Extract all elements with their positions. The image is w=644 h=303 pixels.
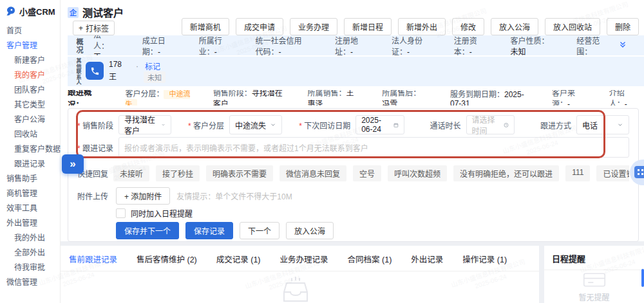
schedule-checkbox[interactable] <box>116 208 126 218</box>
schedule-panel-title: 日程提醒 <box>544 246 644 270</box>
field-label: 经营范围： <box>576 37 600 56</box>
header-action-button[interactable]: 新增日程 <box>344 18 392 35</box>
app-logo: 小盛CRM <box>0 0 60 21</box>
add-attachment-button[interactable]: + 添加附件 <box>116 187 170 205</box>
sidebar-item[interactable]: 团队客户 <box>0 83 60 98</box>
form-secondary-button[interactable]: 下一个 <box>240 222 279 239</box>
sidebar-expand-button[interactable]: » <box>62 154 84 174</box>
overview-field: 注册地址：- <box>335 35 366 55</box>
follow-field: 所属售后：冯雪 <box>382 90 428 106</box>
sales-stage-select[interactable]: 寻找潜在客户 <box>118 115 171 134</box>
quick-reply-row: 快捷回复 未接听接了秒挂明确表示不需要微信消息未回复空号呼叫次数超频没有明确拒绝… <box>77 165 629 181</box>
phone-icon <box>90 66 100 76</box>
quick-reply-chip[interactable]: 微信消息未回复 <box>279 165 346 181</box>
sidebar-item[interactable]: 全部外出 <box>0 246 60 261</box>
sidebar-item[interactable]: 重复客户数据 <box>0 142 60 157</box>
plus-icon: + <box>79 24 83 33</box>
contact-status-badge: 未知 <box>144 71 166 83</box>
sidebar-item[interactable]: 回收站 <box>0 127 60 142</box>
header-action-button[interactable]: 放入公海 <box>491 18 538 35</box>
header-action-button[interactable]: 新增外出 <box>398 18 446 35</box>
call-duration-input[interactable]: 请选择时间 <box>466 115 515 134</box>
form-secondary-button[interactable]: 放入公海 <box>286 222 334 239</box>
sidebar-menu: 首页客户管理新建客户我的客户团队客户其它类型客户公海回收站重复客户数据跟进记录销… <box>0 21 60 290</box>
quick-reply-chip[interactable]: 空号 <box>353 165 381 181</box>
field-label: 注册地址： <box>335 37 358 56</box>
field-value: - <box>158 48 160 56</box>
tab-item[interactable]: 售后客情维护 (2) <box>137 253 197 265</box>
chevron-down-icon <box>270 122 276 128</box>
follow-record-input[interactable]: 报价或者演示后，表示明确表示不需要，或者超过1个月无法联系到客户 <box>118 137 629 158</box>
grid-icon <box>634 166 644 178</box>
tab-item[interactable]: 售前跟进记录 <box>69 253 117 265</box>
quick-reply-chip[interactable]: 没有明确拒绝，还可以跟进 <box>453 165 559 181</box>
field-label: 所属行业： <box>199 37 222 56</box>
quick-reply-chip[interactable]: 未接听 <box>113 165 149 181</box>
quick-reply-chip[interactable]: 已设置销售考核 <box>596 165 629 181</box>
calendar-icon <box>393 122 399 129</box>
sidebar-item[interactable]: 我的外出 <box>0 231 60 246</box>
field-value: - <box>469 48 472 56</box>
follow-field: 客户来源：- <box>552 90 587 106</box>
field-label: 客户来源： <box>552 90 575 106</box>
page-title: 测试客户 <box>82 5 124 20</box>
tab-item[interactable]: 合同档案 (1) <box>348 253 392 265</box>
scrollbar-thumb[interactable] <box>641 269 644 287</box>
quick-reply-chip[interactable]: 明确表示不需要 <box>206 165 273 181</box>
next-visit-date-picker[interactable]: 2025-06-24 <box>355 115 404 134</box>
mark-link[interactable]: 标记 <box>145 60 160 71</box>
sidebar-item[interactable]: 新建客户 <box>0 53 60 68</box>
sidebar-item[interactable]: 跟进记录 <box>0 157 60 172</box>
overview-fields: 法人：王成立日期：-所属行业：-统一社会信用代码：-注册地址：-法人身份证：-注… <box>93 35 605 55</box>
customer-layer-select[interactable]: 中途流失 <box>229 115 282 134</box>
header-action-button[interactable]: 成交申请 <box>236 18 283 35</box>
field-value: - <box>350 48 353 56</box>
overview-section-label: 概况 <box>75 38 82 55</box>
add-tag-button[interactable]: + 打标签 <box>73 21 115 35</box>
follow-record-label: 跟进记录 <box>77 142 113 153</box>
contact-name: 王 <box>109 71 117 82</box>
header-action-button[interactable]: 修改 <box>452 18 484 35</box>
sidebar-item[interactable]: 效率工具 <box>0 201 60 216</box>
quick-reply-chip[interactable]: 接了秒挂 <box>156 165 200 181</box>
attachment-label: 附件上传 <box>77 190 111 201</box>
sidebar-item[interactable]: 销售助手 <box>0 172 60 187</box>
form-primary-button[interactable]: 保存并下一个 <box>116 222 179 239</box>
form-buttons-row: 保存并下一个保存记录下一个放入公海 <box>116 222 629 239</box>
tab-item[interactable]: 成交记录 (1) <box>216 253 261 265</box>
field-label: 介绍人： <box>609 90 625 106</box>
header-action-button[interactable]: 业务办理 <box>290 18 337 35</box>
sidebar-item[interactable]: 外出管理 <box>0 216 60 231</box>
sidebar-item[interactable]: 微信管理 <box>0 275 60 290</box>
overview-section: 概况 法人：王成立日期：-所属行业：-统一社会信用代码：-注册地址：-法人身份证… <box>68 35 644 55</box>
field-label: 客户分层： <box>125 90 164 98</box>
sidebar-item[interactable]: 客户公海 <box>0 113 60 127</box>
sidebar-item[interactable]: 其它类型 <box>0 98 60 113</box>
attachment-row: 附件上传 + 添加附件 友情提示：单个文件不得大于10M <box>77 187 629 205</box>
follow-method-select[interactable]: 电话 <box>576 115 629 134</box>
quick-reply-chip[interactable]: 111 <box>565 165 590 181</box>
sidebar-item[interactable]: 待我审批 <box>0 261 60 275</box>
call-button[interactable] <box>86 62 104 80</box>
field-value: - <box>278 48 281 56</box>
header-action-button[interactable]: 删除 <box>607 18 639 35</box>
sales-stage-label: 销售阶段 <box>77 120 113 131</box>
header-action-button[interactable]: 放入回收站 <box>545 18 600 35</box>
expand-overview-button[interactable] <box>618 39 627 51</box>
call-duration-label: 通话时长 <box>430 120 461 131</box>
sidebar-item[interactable]: 首页 <box>0 24 60 39</box>
field-value: 冯雪 <box>382 100 397 106</box>
logo-swirl-icon <box>5 6 17 17</box>
tab-item[interactable]: 外出记录 <box>411 253 443 265</box>
schedule-checkbox-row: 同时加入日程提醒 <box>116 208 629 219</box>
form-primary-button[interactable]: 保存记录 <box>185 222 233 239</box>
tab-item[interactable]: 业务办理记录 <box>280 253 328 265</box>
sidebar-item[interactable]: 客户管理 <box>0 39 60 53</box>
header-action-button[interactable]: 新增商机 <box>182 18 229 35</box>
sidebar-item[interactable]: 商机管理 <box>0 187 60 201</box>
quick-reply-chip[interactable]: 呼叫次数超频 <box>388 165 447 181</box>
sidebar-item[interactable]: 我的客户 <box>0 68 60 83</box>
field-label: 客户性质： <box>510 37 549 46</box>
tab-item[interactable]: 操作记录 (1) <box>462 253 507 265</box>
field-value: - <box>214 48 217 56</box>
